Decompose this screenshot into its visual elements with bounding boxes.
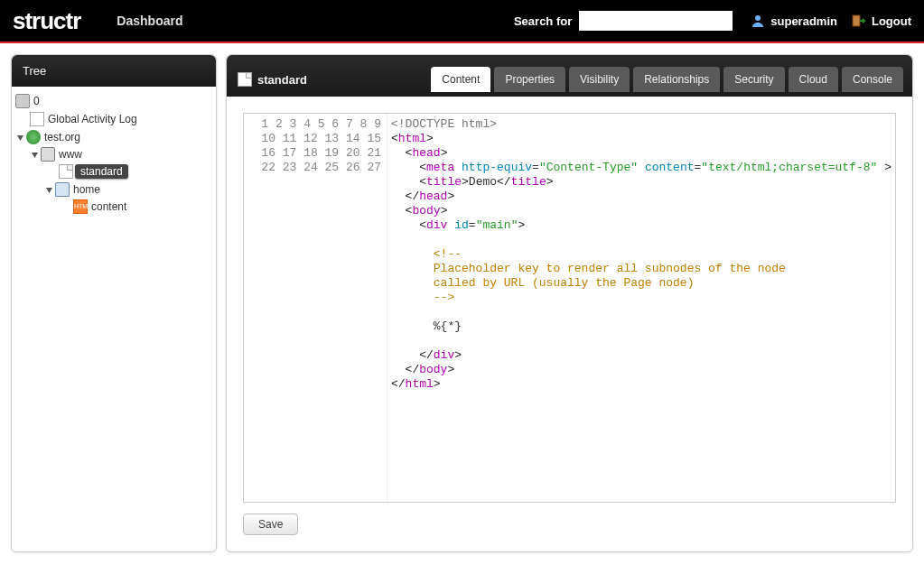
content-panel: standard ContentPropertiesVisibilityRela…: [226, 54, 913, 552]
tree-panel: Tree 0 Global Activity Log: [11, 54, 217, 552]
tree-node-root[interactable]: 0: [15, 93, 212, 109]
database-icon: [15, 94, 30, 108]
tab-visibility[interactable]: Visibility: [569, 67, 630, 92]
tree-node-www[interactable]: www: [15, 146, 212, 162]
tab-content[interactable]: Content: [431, 67, 490, 92]
chevron-down-icon[interactable]: [15, 133, 24, 142]
editor-content[interactable]: <!DOCTYPE html> <html> <head> <meta http…: [387, 114, 895, 502]
tab-relationships[interactable]: Relationships: [633, 67, 720, 92]
search-label: Search for: [514, 14, 572, 28]
page-icon: [59, 164, 73, 179]
log-icon: [30, 112, 44, 126]
svg-point-0: [755, 15, 761, 21]
top-bar: structr Dashboard Search for superadmin …: [0, 0, 924, 43]
tab-console[interactable]: Console: [842, 67, 903, 92]
tree-node-standard[interactable]: standard: [15, 163, 212, 180]
tree-node-content[interactable]: HTML content: [15, 199, 212, 215]
tab-properties[interactable]: Properties: [494, 67, 565, 92]
content-tabs: ContentPropertiesVisibilityRelationships…: [431, 67, 903, 92]
chevron-down-icon[interactable]: [44, 185, 53, 194]
page-icon: [238, 72, 252, 87]
html-icon: HTML: [73, 199, 88, 214]
user-icon: [751, 14, 765, 28]
editor-gutter: 1 2 3 4 5 6 7 8 9 10 11 12 13 14 15 16 1…: [244, 114, 387, 502]
tree-node-home[interactable]: home: [15, 181, 212, 198]
sitemap-icon: [41, 147, 55, 162]
logout-link[interactable]: Logout: [872, 14, 911, 28]
logout-icon: [852, 14, 866, 28]
tree-node-domain[interactable]: test.org: [15, 129, 212, 145]
chevron-down-icon[interactable]: [30, 150, 39, 159]
svg-rect-1: [853, 15, 860, 26]
tab-security[interactable]: Security: [723, 67, 784, 92]
save-button[interactable]: Save: [243, 514, 298, 535]
globe-icon: [26, 130, 41, 144]
tab-cloud[interactable]: Cloud: [789, 67, 838, 92]
search-input[interactable]: [579, 11, 733, 31]
tree-node-activity-log[interactable]: Global Activity Log: [15, 111, 212, 127]
username-label[interactable]: superadmin: [770, 14, 837, 28]
folder-icon: [55, 182, 70, 197]
current-item-label: standard: [238, 72, 307, 87]
tree-panel-title: Tree: [12, 55, 216, 87]
dashboard-link[interactable]: Dashboard: [117, 14, 182, 28]
logo: structr: [13, 7, 80, 35]
code-editor[interactable]: 1 2 3 4 5 6 7 8 9 10 11 12 13 14 15 16 1…: [243, 113, 896, 503]
tree-body: 0 Global Activity Log test.org: [12, 87, 216, 224]
